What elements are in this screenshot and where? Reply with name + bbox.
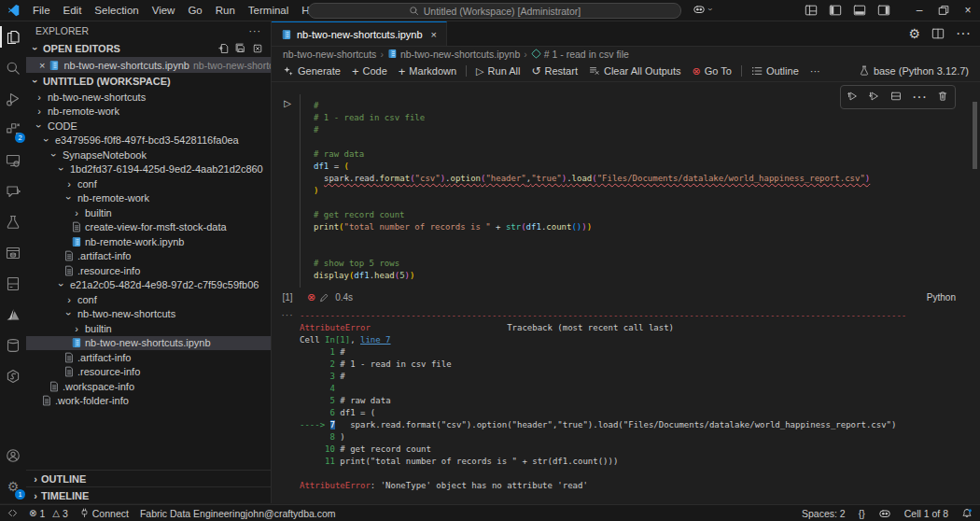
- close-window-button[interactable]: ×: [956, 4, 980, 17]
- activity-containers[interactable]: [0, 237, 26, 268]
- tree-item--work-folder-info[interactable]: .work-folder-info: [26, 394, 271, 409]
- delete-cell-button[interactable]: [937, 89, 948, 106]
- tree-item-e21a2c05-482d-4e98-97d2-c7f59c59fb06[interactable]: ›e21a2c05-482d-4e98-97d2-c7f59c59fb06: [26, 278, 271, 293]
- activity-settings[interactable]: ⚙1: [0, 471, 26, 501]
- activity-chat[interactable]: [0, 176, 26, 206]
- output-collapse-button[interactable]: ···: [275, 310, 300, 492]
- tree-item--workspace-info[interactable]: .workspace-info: [26, 379, 271, 394]
- connect-button[interactable]: Connect: [79, 508, 129, 519]
- scrollbar[interactable]: [973, 102, 977, 169]
- tree-item-create-view-for-msft-stock-data[interactable]: create-view-for-msft-stock-data: [26, 220, 271, 235]
- toolbar-code-button[interactable]: +Code: [346, 64, 393, 78]
- minimize-button[interactable]: –: [907, 4, 931, 17]
- account-status[interactable]: Fabric Data Engineeringjohn@craftydba.co…: [140, 508, 336, 519]
- execute-above-button[interactable]: [847, 89, 859, 106]
- activity-extensions[interactable]: 2: [0, 114, 26, 145]
- toolbar-more-button[interactable]: ···: [805, 65, 826, 77]
- menu-selection[interactable]: Selection: [88, 0, 145, 21]
- notifications-bell-button[interactable]: [961, 508, 973, 519]
- activity-synapse[interactable]: [0, 360, 26, 391]
- execute-below-button[interactable]: [869, 89, 880, 106]
- toolbar-restart-button[interactable]: ↺Restart: [525, 64, 583, 77]
- activity-account[interactable]: [0, 440, 26, 471]
- tree-item-builtin[interactable]: ›builtin: [26, 321, 271, 336]
- tree-item-builtin[interactable]: ›builtin: [26, 205, 271, 220]
- tree-item-SynapseNotebook[interactable]: ›SynapseNotebook: [26, 148, 271, 162]
- save-all-button[interactable]: [235, 43, 246, 54]
- open-editors-header[interactable]: › OPEN EDITORS: [26, 40, 271, 57]
- toolbar-markdown-button[interactable]: +Markdown: [393, 64, 462, 78]
- close-tab-icon[interactable]: ×: [431, 29, 437, 40]
- activity-search[interactable]: [0, 52, 26, 83]
- tree-item-nb-remote-work-ipynb[interactable]: nb-remote-work.ipynb: [26, 234, 271, 249]
- cell-code-editor[interactable]: ## 1 - read in csv file## raw datadf1 = …: [300, 94, 971, 288]
- toggle-sidebar-button[interactable]: [829, 4, 842, 17]
- new-untitled-file-button[interactable]: [218, 43, 230, 54]
- close-all-editors-button[interactable]: [252, 43, 263, 54]
- code-cell[interactable]: ▷ ## 1 - read in csv file## raw datadf1 …: [275, 94, 971, 288]
- timeline-section-header[interactable]: › TIMELINE: [26, 486, 271, 503]
- toolbar-generate-button[interactable]: Generate: [277, 65, 346, 77]
- activity-explorer[interactable]: [0, 21, 26, 52]
- menu-terminal[interactable]: Terminal: [242, 0, 295, 21]
- split-cell-button[interactable]: [890, 89, 902, 106]
- problems-indicator[interactable]: ⊗ 1 △ 3: [29, 508, 68, 519]
- split-editor-button[interactable]: [931, 27, 945, 40]
- tree-item--resource-info[interactable]: .resource-info: [26, 263, 271, 278]
- activity-azure[interactable]: [0, 299, 26, 330]
- tree-item-e3479596-f0f8-497f-bcd3-5428116fa0ea[interactable]: ›e3479596-f0f8-497f-bcd3-5428116fa0ea: [26, 134, 271, 148]
- customize-layout-button[interactable]: [805, 4, 818, 17]
- breadcrumb-folder[interactable]: nb-two-new-shortcuts: [283, 49, 376, 60]
- open-editor-item[interactable]: × nb-two-new-shortcuts.ipynb nb-two-new-…: [26, 57, 271, 73]
- tree-item--artifact-info[interactable]: .artifact-info: [26, 249, 271, 264]
- toolbar-run-all-button[interactable]: ▷Run All: [470, 65, 525, 77]
- tree-item-nb-remote-work[interactable]: ›nb-remote-work: [26, 105, 271, 120]
- copilot-status-button[interactable]: [878, 507, 891, 520]
- tree-item-nb-two-new-shortcuts[interactable]: ›nb-two-new-shortcuts: [26, 307, 271, 322]
- tree-item-conf[interactable]: ›conf: [26, 176, 271, 191]
- tree-item--artifact-info[interactable]: .artifact-info: [26, 350, 271, 365]
- cell-more-button[interactable]: ···: [912, 89, 927, 106]
- menu-view[interactable]: View: [146, 0, 182, 21]
- toolbar-outline-button[interactable]: Outline: [746, 65, 805, 77]
- tree-item-nb-two-new-shortcuts-ipynb[interactable]: nb-two-new-shortcuts.ipynb: [26, 336, 271, 351]
- run-cell-button[interactable]: ▷: [284, 98, 291, 108]
- tree-item--resource-info[interactable]: .resource-info: [26, 365, 271, 380]
- menu-run[interactable]: Run: [209, 0, 242, 21]
- menu-go[interactable]: Go: [181, 0, 208, 21]
- spaces-indicator[interactable]: Spaces: 2: [802, 508, 846, 519]
- outline-section-header[interactable]: › OUTLINE: [26, 470, 271, 486]
- breadcrumb-cell[interactable]: # 1 - read in csv file: [531, 49, 629, 60]
- explorer-more-button[interactable]: ···: [249, 25, 262, 36]
- gear-icon[interactable]: ⚙: [908, 26, 920, 41]
- tree-item-CODE[interactable]: ›CODE: [26, 119, 271, 134]
- tree-item-conf[interactable]: ›conf: [26, 292, 271, 307]
- language-mode-indicator[interactable]: {}: [859, 508, 865, 519]
- activity-remote-explorer[interactable]: [0, 145, 26, 176]
- cell-language-picker[interactable]: Python: [927, 292, 971, 303]
- tree-item-nb-remote-work[interactable]: ›nb-remote-work: [26, 191, 271, 206]
- toolbar-go-to-button[interactable]: ⊗Go To: [687, 65, 737, 77]
- command-center-search[interactable]: Untitled (Workspace) [Administrator]: [308, 3, 681, 19]
- editor-more-button[interactable]: ···: [956, 25, 971, 42]
- tab-notebook[interactable]: nb-two-new-shortcuts.ipynb ×: [272, 21, 447, 46]
- activity-run-debug[interactable]: [0, 83, 26, 114]
- toggle-secondary-sidebar-button[interactable]: [877, 4, 890, 17]
- activity-database[interactable]: [0, 330, 26, 360]
- activity-testing[interactable]: [0, 206, 26, 237]
- breadcrumb-file[interactable]: nb-two-new-shortcuts.ipynb: [387, 49, 520, 60]
- workspace-section-header[interactable]: › UNTITLED (WORKSPACE): [26, 73, 271, 90]
- toggle-panel-button[interactable]: [853, 4, 866, 17]
- toolbar-clear-all-outputs-button[interactable]: Clear All Outputs: [583, 65, 687, 77]
- restore-button[interactable]: [931, 4, 956, 17]
- tree-item-1bd2fd37-6194-425d-9ed2-4aab21d2c860[interactable]: ›1bd2fd37-6194-425d-9ed2-4aab21d2c860: [26, 162, 271, 177]
- kernel-picker[interactable]: base (Python 3.12.7): [859, 65, 980, 77]
- menu-edit[interactable]: Edit: [57, 0, 89, 21]
- remote-indicator[interactable]: [7, 508, 18, 518]
- copilot-menu-button[interactable]: ›: [693, 3, 711, 16]
- cell-position-indicator[interactable]: Cell 1 of 8: [904, 508, 948, 519]
- activity-storage[interactable]: [0, 268, 26, 299]
- tree-item-nb-two-new-shortcuts[interactable]: ›nb-two-new-shortcuts: [26, 90, 271, 105]
- menu-file[interactable]: File: [26, 0, 57, 21]
- close-editor-icon[interactable]: ×: [39, 60, 45, 71]
